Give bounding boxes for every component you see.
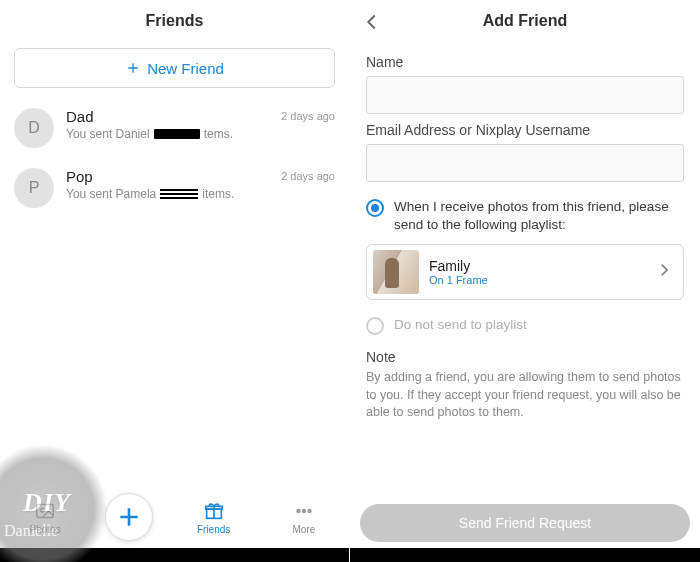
friend-subtitle: You sent Pamela items. <box>66 187 269 201</box>
back-button[interactable] <box>358 8 386 36</box>
svg-point-1 <box>41 508 45 512</box>
option-no-playlist[interactable]: Do not send to playlist <box>366 316 684 335</box>
friends-screen: Friends New Friend D Dad You sent Daniel… <box>0 0 350 562</box>
radio-unselected-icon <box>366 317 384 335</box>
plus-icon <box>116 504 142 530</box>
add-friend-form: Name Email Address or Nixplay Username W… <box>350 42 700 562</box>
tab-photos[interactable]: Photos <box>15 500 75 535</box>
gift-icon <box>203 500 225 522</box>
playlist-subtitle: On 1 Frame <box>429 274 645 286</box>
playlist-selector[interactable]: Family On 1 Frame <box>366 244 684 300</box>
friend-row[interactable]: D Dad You sent Daniel tems. 2 days ago <box>0 98 349 158</box>
chevron-right-icon <box>655 261 673 283</box>
redacted-block <box>160 189 198 199</box>
option-send-to-playlist[interactable]: When I receive photos from this friend, … <box>366 198 684 234</box>
tab-more[interactable]: More <box>274 500 334 535</box>
radio-selected-icon <box>366 199 384 217</box>
note-heading: Note <box>366 349 684 365</box>
name-label: Name <box>366 54 684 70</box>
avatar: P <box>14 168 54 208</box>
friends-header: Friends <box>0 0 349 42</box>
note-body: By adding a friend, you are allowing the… <box>366 369 684 422</box>
tab-bar: Photos Friends More <box>0 486 349 548</box>
add-friend-title: Add Friend <box>483 12 567 30</box>
svg-point-5 <box>303 509 306 512</box>
more-icon <box>293 500 315 522</box>
new-friend-button[interactable]: New Friend <box>14 48 335 88</box>
friend-name: Pop <box>66 168 269 185</box>
photos-icon <box>34 500 56 522</box>
svg-point-6 <box>308 509 311 512</box>
playlist-name: Family <box>429 258 645 274</box>
redacted-block <box>154 129 200 139</box>
friend-row[interactable]: P Pop You sent Pamela items. 2 days ago <box>0 158 349 218</box>
friend-name: Dad <box>66 108 269 125</box>
friend-subtitle: You sent Daniel tems. <box>66 127 269 141</box>
email-label: Email Address or Nixplay Username <box>366 122 684 138</box>
chevron-left-icon <box>361 11 383 33</box>
friend-timestamp: 2 days ago <box>281 110 335 122</box>
avatar: D <box>14 108 54 148</box>
friends-title: Friends <box>146 12 204 30</box>
add-fab[interactable] <box>105 493 153 541</box>
friend-timestamp: 2 days ago <box>281 170 335 182</box>
add-friend-screen: Add Friend Name Email Address or Nixplay… <box>350 0 700 562</box>
svg-point-4 <box>297 509 300 512</box>
new-friend-label: New Friend <box>147 60 224 77</box>
name-input[interactable] <box>366 76 684 114</box>
tab-friends[interactable]: Friends <box>184 500 244 535</box>
add-friend-header: Add Friend <box>350 0 700 42</box>
plus-icon <box>125 60 141 76</box>
home-indicator-strip <box>350 548 700 562</box>
send-friend-request-button[interactable]: Send Friend Request <box>360 504 690 542</box>
email-input[interactable] <box>366 144 684 182</box>
playlist-thumbnail <box>373 250 419 294</box>
home-indicator-strip <box>0 548 349 562</box>
